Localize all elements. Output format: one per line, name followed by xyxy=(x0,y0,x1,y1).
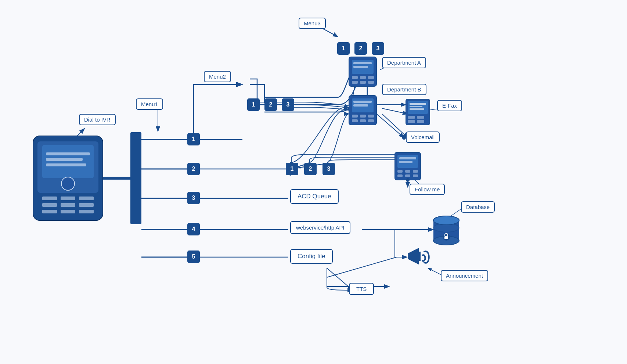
svg-rect-77 xyxy=(410,108,424,110)
svg-rect-15 xyxy=(42,210,57,213)
svg-rect-85 xyxy=(399,161,412,163)
svg-rect-91 xyxy=(413,174,418,177)
svg-rect-79 xyxy=(417,116,424,119)
tts-label: TTS xyxy=(349,283,374,295)
svg-rect-89 xyxy=(397,174,403,177)
badge-2-sub: 2 xyxy=(304,163,317,175)
badge-2-menu3: 2 xyxy=(354,42,367,55)
svg-rect-56 xyxy=(353,66,368,68)
svg-point-105 xyxy=(402,136,406,140)
svg-rect-70 xyxy=(352,119,358,122)
database-label: Database xyxy=(461,201,495,213)
svg-line-40 xyxy=(382,108,408,114)
svg-rect-66 xyxy=(353,104,368,107)
svg-point-8 xyxy=(61,177,75,190)
svg-rect-5 xyxy=(46,152,90,155)
config-file-label: Config file xyxy=(290,249,333,264)
badge-2-main: 2 xyxy=(187,163,200,175)
svg-rect-65 xyxy=(353,101,372,103)
svg-rect-98 xyxy=(444,236,448,239)
svg-rect-69 xyxy=(368,115,374,118)
badge-4-main: 4 xyxy=(187,223,200,235)
menu1-label: Menu1 xyxy=(136,98,163,110)
webservice-label: webservice/http API xyxy=(290,221,350,234)
svg-rect-55 xyxy=(353,62,372,64)
svg-line-104 xyxy=(376,114,404,138)
menu2-label: Menu2 xyxy=(204,71,231,82)
svg-rect-58 xyxy=(360,76,366,79)
badge-1-sub: 1 xyxy=(286,163,298,175)
announcement-label: Announcement xyxy=(441,270,488,281)
diagram-container: Dial to IVR Menu1 Menu2 Menu3 Department… xyxy=(0,0,627,364)
svg-rect-72 xyxy=(368,119,374,122)
svg-point-108 xyxy=(406,178,410,182)
acd-queue-label: ACD Queue xyxy=(290,189,339,204)
follow-me-label: Follow me xyxy=(410,184,445,195)
svg-rect-13 xyxy=(61,203,75,207)
badge-3-menu3: 3 xyxy=(372,42,384,55)
svg-rect-10 xyxy=(61,197,75,200)
svg-rect-11 xyxy=(79,197,94,200)
svg-rect-100 xyxy=(419,252,421,261)
svg-rect-12 xyxy=(42,203,57,207)
svg-point-96 xyxy=(433,216,459,225)
svg-rect-84 xyxy=(399,157,416,159)
badge-2-menu2: 2 xyxy=(264,98,277,111)
svg-rect-20 xyxy=(130,132,141,224)
svg-rect-16 xyxy=(61,210,75,213)
svg-rect-81 xyxy=(417,120,424,123)
department-a-label: Department A xyxy=(382,57,426,68)
badge-3-main: 3 xyxy=(187,192,200,204)
svg-rect-90 xyxy=(405,174,410,177)
svg-rect-6 xyxy=(46,158,83,161)
svg-rect-76 xyxy=(410,106,422,107)
svg-rect-62 xyxy=(368,81,374,84)
svg-rect-61 xyxy=(360,81,366,84)
svg-rect-86 xyxy=(397,170,403,173)
svg-rect-68 xyxy=(360,115,366,118)
svg-rect-71 xyxy=(360,119,366,122)
svg-rect-4 xyxy=(42,145,94,178)
e-fax-label: E-Fax xyxy=(437,100,462,111)
department-b-label: Department B xyxy=(382,84,426,95)
badge-1-main: 1 xyxy=(187,133,200,145)
svg-rect-9 xyxy=(42,197,57,200)
badge-3-menu2: 3 xyxy=(282,98,294,111)
dial-to-ivr-label: Dial to IVR xyxy=(79,114,116,125)
svg-marker-99 xyxy=(408,248,419,264)
svg-rect-60 xyxy=(352,81,358,84)
svg-rect-78 xyxy=(408,116,415,119)
badge-1-menu2: 1 xyxy=(247,98,260,111)
voicemail-label: Voicemail xyxy=(406,131,440,143)
svg-rect-14 xyxy=(79,203,94,207)
svg-rect-67 xyxy=(352,115,358,118)
svg-line-41 xyxy=(382,114,408,138)
svg-rect-75 xyxy=(410,103,426,105)
svg-rect-7 xyxy=(46,163,86,166)
svg-rect-57 xyxy=(352,76,358,79)
badge-3-sub: 3 xyxy=(322,163,335,175)
badge-1-menu3: 1 xyxy=(337,42,350,55)
menu3-label: Menu3 xyxy=(299,18,326,29)
svg-rect-17 xyxy=(79,210,94,213)
svg-rect-87 xyxy=(405,170,410,173)
svg-rect-59 xyxy=(368,76,374,79)
svg-rect-80 xyxy=(408,120,415,123)
badge-5-main: 5 xyxy=(187,251,200,263)
svg-rect-88 xyxy=(413,170,418,173)
